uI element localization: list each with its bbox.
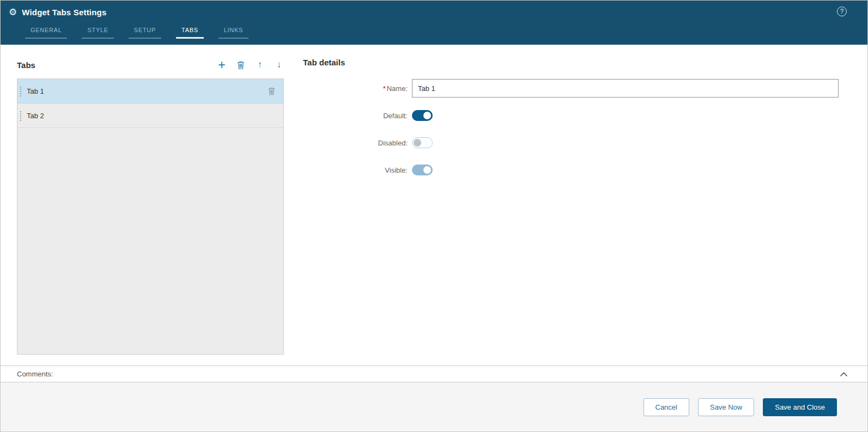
disabled-row: Disabled:	[303, 133, 839, 152]
visible-toggle[interactable]	[412, 165, 433, 175]
drag-handle-icon[interactable]	[20, 86, 22, 96]
tab-tabs[interactable]: TABS	[176, 23, 204, 39]
tab-general[interactable]: GENERAL	[25, 23, 67, 39]
tab-setup[interactable]: SETUP	[129, 23, 161, 39]
page-title: Widget Tabs Settings	[22, 8, 106, 17]
gear-icon: ⚙	[9, 8, 17, 17]
title-row: ⚙ Widget Tabs Settings	[1, 1, 867, 23]
tab-details-panel: Tab details *Name: Default: Disabled: Vi…	[303, 58, 839, 366]
tabs-list-panel: Tabs + ↑ ↓ Tab 1	[17, 58, 284, 366]
tabs-panel-header: Tabs + ↑ ↓	[17, 58, 284, 72]
save-and-close-button[interactable]: Save and Close	[763, 398, 837, 416]
list-item-label: Tab 1	[27, 87, 44, 95]
list-item-tab-2[interactable]: Tab 2	[17, 104, 283, 128]
default-toggle[interactable]	[412, 110, 433, 121]
list-item-label: Tab 2	[27, 112, 44, 120]
help-icon[interactable]: ?	[837, 7, 847, 16]
required-marker: *	[383, 84, 386, 93]
list-item-tab-1[interactable]: Tab 1	[17, 79, 283, 104]
comments-label: Comments:	[17, 370, 53, 378]
tab-details-title: Tab details	[303, 58, 345, 67]
delete-tab-icon[interactable]	[236, 59, 246, 70]
tab-style[interactable]: STYLE	[82, 23, 113, 39]
comments-bar[interactable]: Comments:	[1, 366, 867, 382]
tabs-list: Tab 1 Tab 2	[17, 78, 284, 355]
visible-row: Visible:	[303, 161, 839, 179]
save-now-button[interactable]: Save Now	[698, 398, 754, 416]
tabs-panel-title: Tabs	[17, 60, 35, 70]
settings-tab-nav: GENERAL STYLE SETUP TABS LINKS	[1, 23, 867, 39]
header: ⚙ Widget Tabs Settings ? GENERAL STYLE S…	[1, 1, 867, 45]
add-tab-icon[interactable]: +	[217, 59, 227, 70]
tab-details-form: *Name: Default: Disabled: Visible:	[303, 79, 839, 179]
default-label: Default:	[303, 112, 412, 120]
widget-tabs-settings-window: ⚙ Widget Tabs Settings ? GENERAL STYLE S…	[0, 0, 868, 432]
toggle-knob	[423, 166, 431, 174]
tab-links[interactable]: LINKS	[218, 23, 248, 39]
move-down-icon[interactable]: ↓	[274, 59, 284, 70]
disabled-toggle[interactable]	[412, 137, 433, 148]
default-row: Default:	[303, 106, 839, 125]
drag-handle-icon[interactable]	[20, 111, 22, 121]
row-delete-icon[interactable]	[268, 87, 276, 96]
footer: Cancel Save Now Save and Close	[1, 382, 867, 431]
tabs-list-toolbar: + ↑ ↓	[217, 59, 284, 70]
main-content: Tabs + ↑ ↓ Tab 1	[1, 45, 867, 366]
visible-label: Visible:	[303, 166, 412, 174]
toggle-knob	[414, 139, 421, 147]
name-input[interactable]	[412, 79, 839, 98]
name-row: *Name:	[303, 79, 839, 98]
chevron-up-icon[interactable]	[840, 372, 848, 377]
move-up-icon[interactable]: ↑	[255, 59, 265, 70]
cancel-button[interactable]: Cancel	[644, 398, 689, 416]
name-label: *Name:	[303, 84, 412, 93]
disabled-label: Disabled:	[303, 139, 412, 147]
toggle-knob	[423, 112, 431, 119]
